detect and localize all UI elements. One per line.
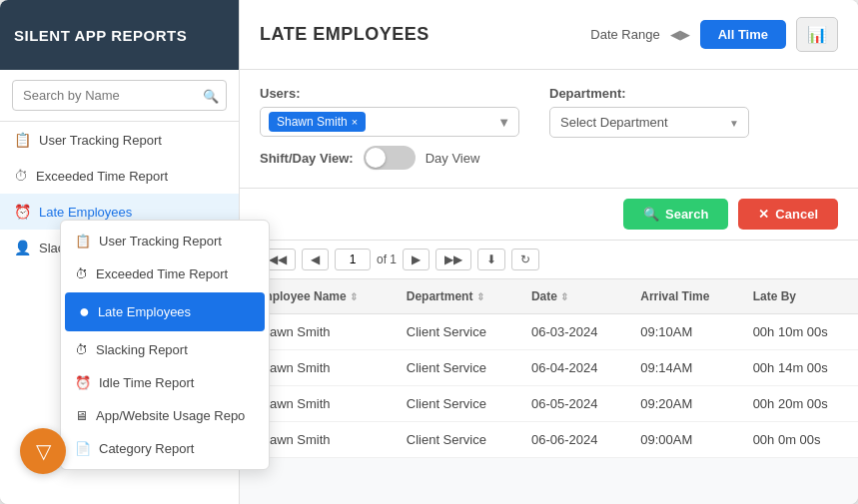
sort-icon[interactable]: ⇕ [560,291,568,302]
table-row: Shawn Smith Client Service 06-06-2024 09… [240,422,858,458]
cell-department: Client Service [393,314,517,350]
chart-icon: 📊 [807,26,827,43]
sidebar-search-container: 🔍 [0,70,239,122]
prev-page-button[interactable]: ◀ [302,249,329,270]
date-range-arrows[interactable]: ◀▶ [670,27,690,42]
sidebar-title-text: SILENT APP REPORTS [14,27,187,44]
users-label: Users: [260,86,519,101]
table-row: Shawn Smith Client Service 06-05-2024 09… [240,386,858,422]
cancel-btn-label: Cancel [775,207,818,222]
all-time-button[interactable]: All Time [700,20,786,49]
dropdown-item-late-employees[interactable]: ● Late Employees [65,292,265,331]
sidebar-title: SILENT APP REPORTS [0,0,239,70]
refresh-button[interactable]: ↻ [511,249,539,270]
shift-toggle[interactable]: Day View [364,146,480,170]
cell-late-by: 00h 0m 00s [739,422,858,458]
cell-late-by: 00h 20m 00s [739,386,858,422]
dropdown-item-label: User Tracking Report [99,234,222,249]
dropdown-item-exceeded-time[interactable]: ⏱ Exceeded Time Report [61,257,269,290]
late-icon: ⏰ [14,204,31,220]
last-page-button[interactable]: ▶▶ [435,249,471,270]
dropdown-item-label: Idle Time Report [99,375,194,390]
page-number-input[interactable] [335,249,371,270]
dropdown-item-label: Late Employees [98,304,191,319]
filter-button[interactable]: ▽ [20,428,66,474]
page-title: LATE EMPLOYEES [260,24,429,45]
idle-icon: ⏰ [75,375,91,390]
cell-date: 06-03-2024 [517,314,626,350]
header-controls: Date Range ◀▶ All Time 📊 [590,17,838,52]
dropdown-item-user-tracking[interactable]: 📋 User Tracking Report [61,225,269,257]
app-icon: 🖥 [75,408,88,423]
cell-arrival-time: 09:10AM [626,314,738,350]
report-icon: 📋 [75,234,91,249]
filters-area: Users: Shawn Smith × ▼ Department: Selec… [240,70,858,189]
table-area: Employee Name ⇕ Department ⇕ Date ⇕ Ar [240,279,858,504]
slacking-icon: 👤 [14,240,31,255]
dropdown-item-idle-time[interactable]: ⏰ Idle Time Report [61,366,269,399]
col-date: Date ⇕ [517,279,626,314]
report-icon: 📋 [14,132,31,148]
table-row: Shawn Smith Client Service 06-03-2024 09… [240,314,858,350]
cell-arrival-time: 09:14AM [626,350,738,386]
dropdown-item-category[interactable]: 📄 Category Report [61,432,269,465]
sidebar-item-exceeded-time[interactable]: ⏱ Exceeded Time Report [0,158,239,194]
cell-department: Client Service [393,422,517,458]
department-select[interactable]: Select Department [549,107,749,138]
main-header: LATE EMPLOYEES Date Range ◀▶ All Time 📊 [240,0,858,70]
date-range-label: Date Range [590,27,659,42]
sort-icon[interactable]: ⇕ [476,291,484,302]
table-row: Shawn Smith Client Service 06-04-2024 09… [240,350,858,386]
search-btn-label: Search [665,207,708,222]
data-table: Employee Name ⇕ Department ⇕ Date ⇕ Ar [240,279,858,458]
toggle-track[interactable] [364,146,416,170]
dropdown-item-slacking[interactable]: ⏱ Slacking Report [61,333,269,366]
next-page-button[interactable]: ▶ [403,249,429,270]
search-icon: 🔍 [203,88,219,103]
filter-icon: ▽ [36,439,51,463]
cell-late-by: 00h 10m 00s [739,314,858,350]
sidebar-item-label: Exceeded Time Report [36,169,168,184]
page-of-text: of 1 [377,252,397,266]
dropdown-item-app-website[interactable]: 🖥 App/Website Usage Repo [61,399,269,432]
clock-icon: ⏱ [75,266,88,281]
user-tag: Shawn Smith × [269,112,366,132]
chart-button[interactable]: 📊 [796,17,838,52]
cell-date: 06-04-2024 [517,350,626,386]
cancel-btn-icon: ✕ [758,207,769,222]
bullet-icon: ● [79,301,90,322]
cell-date: 06-06-2024 [517,422,626,458]
toggle-knob [366,148,386,168]
users-dropdown-arrow[interactable]: ▼ [497,115,510,130]
table-body: Shawn Smith Client Service 06-03-2024 09… [240,314,858,458]
cell-department: Client Service [393,386,517,422]
clock-icon: ⏱ [14,168,28,184]
shift-row: Shift/Day View: Day View [260,138,838,178]
cell-arrival-time: 09:20AM [626,386,738,422]
users-filter-group: Users: Shawn Smith × ▼ [260,86,519,137]
table-header-row: Employee Name ⇕ Department ⇕ Date ⇕ Ar [240,279,858,314]
col-department: Department ⇕ [393,279,517,314]
cancel-button[interactable]: ✕ Cancel [738,199,838,230]
sort-icon[interactable]: ⇕ [350,291,358,302]
search-input[interactable] [12,80,227,111]
dropdown-item-label: Exceeded Time Report [96,266,228,281]
cell-late-by: 00h 14m 00s [739,350,858,386]
department-label: Department: [549,86,749,101]
actions-row: 🔍 Search ✕ Cancel [240,189,858,241]
filters-row: Users: Shawn Smith × ▼ Department: Selec… [260,86,838,138]
sidebar-item-user-tracking[interactable]: 📋 User Tracking Report [0,122,239,158]
export-button[interactable]: ⬇ [477,249,505,270]
search-btn-icon: 🔍 [643,207,659,222]
main-content: LATE EMPLOYEES Date Range ◀▶ All Time 📊 … [240,0,858,504]
toggle-label: Day View [426,151,480,166]
table-head: Employee Name ⇕ Department ⇕ Date ⇕ Ar [240,279,858,314]
user-tag-name: Shawn Smith [277,115,348,129]
sidebar-item-label: User Tracking Report [39,133,162,148]
cell-date: 06-05-2024 [517,386,626,422]
user-tag-remove[interactable]: × [352,116,358,128]
pagination-bar: ◀◀ ◀ of 1 ▶ ▶▶ ⬇ ↻ [240,241,858,279]
users-select[interactable]: Shawn Smith × ▼ [260,107,519,137]
cell-department: Client Service [393,350,517,386]
search-button[interactable]: 🔍 Search [623,199,728,230]
